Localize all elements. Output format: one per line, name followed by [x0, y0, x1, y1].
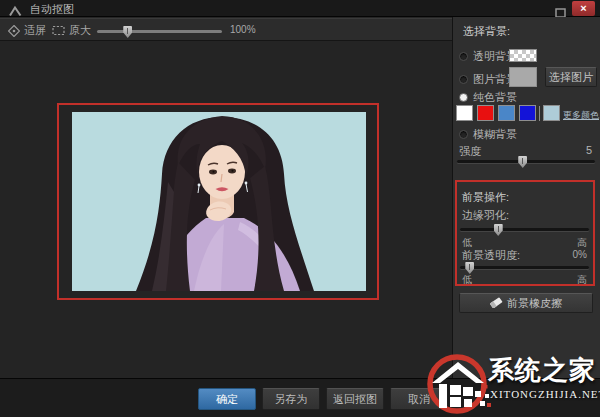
close-button[interactable]: ×: [572, 1, 595, 16]
auto-cutout-dialog: 自动抠图 × 适屏 原大 100%: [0, 0, 600, 417]
fg-opacity-high-label: 高: [577, 273, 587, 287]
picture-swatch: [509, 67, 537, 87]
fg-opacity-slider[interactable]: [460, 262, 589, 274]
color-swatch-white[interactable]: [456, 105, 473, 121]
fg-opacity-value: 0%: [573, 249, 587, 260]
watermark-site: XITONGZHIJIA.NET: [490, 388, 600, 400]
radio-picture[interactable]: [459, 75, 468, 84]
intensity-slider[interactable]: [457, 156, 595, 168]
watermark-house-icon: [424, 351, 494, 415]
window-title: 自动抠图: [30, 2, 74, 17]
original-size-icon: [52, 25, 65, 36]
zoom-percent: 100%: [230, 24, 256, 35]
original-size-label: 原大: [69, 23, 91, 38]
eraser-icon: [490, 297, 503, 308]
choose-image-button[interactable]: 选择图片: [545, 67, 597, 87]
cutout-selection-frame[interactable]: [57, 103, 379, 300]
color-swatch-blue[interactable]: [519, 105, 536, 121]
radio-transparent[interactable]: [459, 52, 468, 61]
intensity-value: 5: [586, 144, 592, 156]
intensity-slider-thumb[interactable]: [518, 156, 527, 168]
foreground-eraser-button[interactable]: 前景橡皮擦: [459, 293, 593, 313]
back-to-cutout-button[interactable]: 返回抠图: [326, 388, 384, 410]
solid-label: 纯色背景: [473, 90, 517, 105]
ok-button[interactable]: 确定: [198, 388, 256, 410]
fg-opacity-label: 前景透明度:: [462, 248, 520, 263]
color-swatch-red[interactable]: [477, 105, 494, 121]
photo-portrait: [72, 112, 366, 291]
fg-opacity-low-label: 低: [462, 273, 472, 287]
foreground-eraser-label: 前景橡皮擦: [507, 297, 562, 309]
fit-screen-label: 适屏: [24, 23, 46, 38]
feather-high-label: 高: [577, 236, 587, 250]
foreground-operations-box: 前景操作: 边缘羽化: 低 高 前景透明度: 0% 低 高: [455, 180, 595, 286]
feather-label: 边缘羽化:: [462, 208, 509, 223]
transparent-swatch: [509, 49, 537, 62]
select-background-title: 选择背景:: [463, 24, 510, 39]
color-swatch-steelblue[interactable]: [498, 105, 515, 121]
fg-opacity-slider-track[interactable]: [460, 266, 589, 269]
feather-slider[interactable]: [460, 224, 589, 236]
zoom-slider-thumb[interactable]: [123, 26, 132, 38]
feather-slider-thumb[interactable]: [494, 224, 503, 236]
original-size-button[interactable]: 原大: [52, 23, 91, 38]
current-color-swatch[interactable]: [543, 105, 560, 121]
fit-screen-icon: [8, 25, 20, 37]
foreground-title: 前景操作:: [462, 190, 509, 205]
toolbar: 适屏 原大 100%: [0, 18, 452, 41]
fit-screen-button[interactable]: 适屏: [8, 23, 46, 38]
maximize-button[interactable]: [555, 4, 566, 14]
titlebar[interactable]: 自动抠图 ×: [0, 0, 600, 17]
zoom-slider-track[interactable]: [97, 30, 222, 33]
watermark-name: 系统之家: [488, 353, 596, 388]
canvas-area: [0, 41, 452, 378]
more-colors-link[interactable]: 更多颜色: [563, 109, 599, 122]
feather-slider-track[interactable]: [460, 228, 589, 231]
zoom-slider[interactable]: [97, 26, 222, 38]
swatch-divider: [539, 106, 540, 121]
radio-solid[interactable]: [459, 93, 468, 102]
radio-blur[interactable]: [459, 130, 468, 139]
save-as-button[interactable]: 另存为: [262, 388, 320, 410]
blur-label: 模糊背景: [473, 127, 517, 142]
watermark: 系统之家 XITONGZHIJIA.NET: [424, 351, 600, 415]
sidebar-panel: 选择背景: 透明背景 图片背景 选择图片 纯色背景 更多颜色: [452, 17, 600, 378]
